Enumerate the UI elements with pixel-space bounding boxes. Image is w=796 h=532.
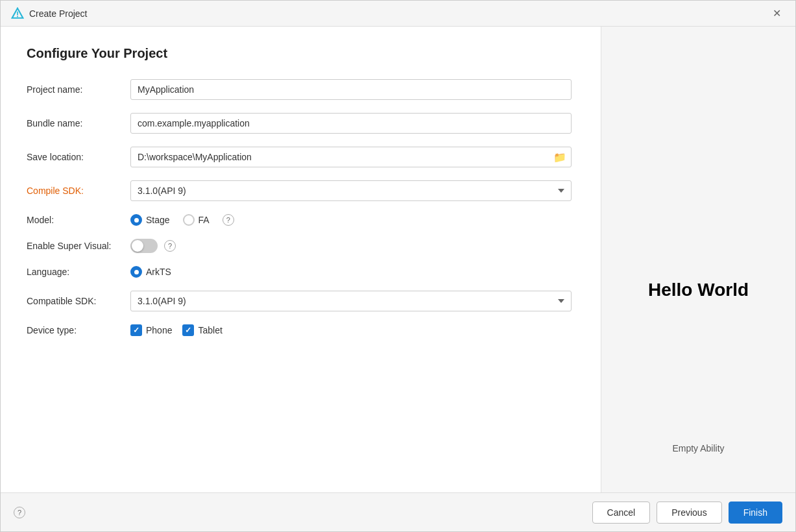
dialog-content: Configure Your Project Project name: Bun… bbox=[1, 27, 795, 492]
page-title: Configure Your Project bbox=[27, 46, 575, 61]
preview-template-name: Empty Ability bbox=[672, 443, 724, 453]
cancel-button[interactable]: Cancel bbox=[592, 502, 651, 524]
save-location-label: Save location: bbox=[27, 152, 130, 162]
app-logo-icon bbox=[11, 7, 24, 20]
bundle-name-input[interactable] bbox=[130, 113, 572, 134]
preview-hello-world: Hello World bbox=[648, 280, 749, 300]
title-bar-left: Create Project bbox=[11, 7, 87, 20]
toggle-knob bbox=[132, 240, 143, 252]
model-fa-option[interactable]: FA bbox=[183, 214, 210, 226]
preview-panel: Hello World Empty Ability bbox=[601, 27, 795, 492]
phone-check-icon: ✓ bbox=[133, 326, 139, 334]
device-tablet-label: Tablet bbox=[198, 325, 222, 335]
device-phone-option[interactable]: ✓ Phone bbox=[130, 324, 172, 336]
model-help-icon[interactable]: ? bbox=[223, 214, 234, 226]
save-location-input[interactable] bbox=[130, 147, 572, 167]
language-arkts-option[interactable]: ArkTS bbox=[130, 266, 171, 278]
save-location-wrapper: 📁 bbox=[130, 147, 572, 167]
language-radio-group: ArkTS bbox=[130, 266, 171, 278]
compatible-sdk-row: Compatible SDK: 3.1.0(API 9) 3.0.0(API 8… bbox=[27, 291, 575, 311]
model-fa-label: FA bbox=[199, 215, 210, 225]
device-tablet-checkbox[interactable]: ✓ bbox=[182, 324, 194, 336]
model-label: Model: bbox=[27, 215, 130, 225]
title-bar: Create Project ✕ bbox=[1, 1, 795, 27]
device-phone-label: Phone bbox=[146, 325, 172, 335]
finish-button[interactable]: Finish bbox=[729, 502, 782, 524]
footer-right: Cancel Previous Finish bbox=[592, 502, 782, 524]
language-row: Language: ArkTS bbox=[27, 266, 575, 278]
device-tablet-option[interactable]: ✓ Tablet bbox=[182, 324, 222, 336]
tablet-check-icon: ✓ bbox=[185, 326, 191, 334]
language-arkts-label: ArkTS bbox=[146, 267, 171, 277]
footer-help-icon[interactable]: ? bbox=[14, 507, 25, 518]
super-visual-toggle[interactable] bbox=[130, 239, 158, 253]
close-button[interactable]: ✕ bbox=[769, 6, 785, 21]
project-name-input[interactable] bbox=[130, 79, 572, 100]
model-stage-option[interactable]: Stage bbox=[130, 214, 170, 226]
svg-point-2 bbox=[17, 16, 18, 17]
dialog-title: Create Project bbox=[29, 8, 87, 19]
device-type-row: Device type: ✓ Phone ✓ Tablet bbox=[27, 324, 575, 336]
save-location-row: Save location: 📁 bbox=[27, 147, 575, 167]
model-fa-radio[interactable] bbox=[183, 214, 195, 226]
device-type-checkbox-group: ✓ Phone ✓ Tablet bbox=[130, 324, 223, 336]
previous-button[interactable]: Previous bbox=[657, 502, 721, 524]
compatible-sdk-select[interactable]: 3.1.0(API 9) 3.0.0(API 8) bbox=[130, 291, 572, 311]
language-arkts-radio[interactable] bbox=[130, 266, 142, 278]
model-radio-group: Stage FA ? bbox=[130, 214, 234, 226]
footer-left: ? bbox=[14, 507, 25, 518]
bundle-name-label: Bundle name: bbox=[27, 118, 130, 128]
project-name-label: Project name: bbox=[27, 84, 130, 95]
device-phone-checkbox[interactable]: ✓ bbox=[130, 324, 142, 336]
super-visual-row: Enable Super Visual: ? bbox=[27, 239, 575, 253]
folder-icon[interactable]: 📁 bbox=[553, 151, 566, 163]
project-name-row: Project name: bbox=[27, 79, 575, 100]
device-type-label: Device type: bbox=[27, 325, 130, 335]
form-panel: Configure Your Project Project name: Bun… bbox=[1, 27, 601, 492]
footer: ? Cancel Previous Finish bbox=[1, 492, 795, 531]
model-stage-radio[interactable] bbox=[130, 214, 142, 226]
super-visual-controls: ? bbox=[130, 239, 176, 253]
super-visual-label: Enable Super Visual: bbox=[27, 241, 130, 251]
super-visual-help-icon[interactable]: ? bbox=[164, 240, 176, 252]
bundle-name-row: Bundle name: bbox=[27, 113, 575, 134]
model-stage-label: Stage bbox=[146, 215, 170, 225]
compile-sdk-label: Compile SDK: bbox=[27, 186, 130, 196]
compatible-sdk-label: Compatible SDK: bbox=[27, 296, 130, 306]
compile-sdk-row: Compile SDK: 3.1.0(API 9) 3.0.0(API 8) bbox=[27, 180, 575, 201]
model-row: Model: Stage FA ? bbox=[27, 214, 575, 226]
create-project-dialog: Create Project ✕ Configure Your Project … bbox=[0, 0, 796, 532]
language-label: Language: bbox=[27, 267, 130, 277]
compile-sdk-select[interactable]: 3.1.0(API 9) 3.0.0(API 8) bbox=[130, 180, 572, 201]
